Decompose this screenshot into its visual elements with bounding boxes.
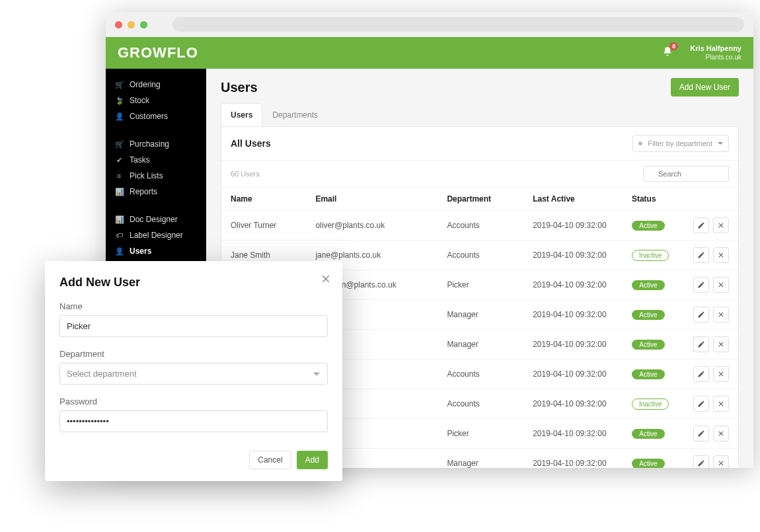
- purchasing-icon: 🛒: [115, 140, 123, 149]
- edit-button[interactable]: [693, 336, 709, 352]
- sidebar-item-stock[interactable]: 🍃Stock: [106, 93, 206, 108]
- close-icon: [717, 370, 725, 378]
- delete-button[interactable]: [713, 396, 729, 412]
- sidebar-item-label-designer[interactable]: 🏷Label Designer: [106, 227, 206, 243]
- department-select[interactable]: Select department: [59, 363, 328, 385]
- edit-button[interactable]: [693, 366, 709, 382]
- notifications-button[interactable]: 8: [662, 46, 673, 59]
- status-badge: Inactive: [632, 250, 669, 261]
- window-minimize-dot[interactable]: [128, 21, 135, 28]
- app-header: GROWFLO 8 Kris Halfpenny Plants.co.uk: [106, 37, 753, 69]
- sidebar-item-tasks[interactable]: ✔Tasks: [106, 152, 206, 168]
- panel-title: All Users: [231, 138, 632, 149]
- delete-button[interactable]: [713, 426, 729, 441]
- tasks-icon: ✔: [115, 156, 123, 165]
- pencil-icon: [697, 370, 705, 378]
- edit-button[interactable]: [693, 277, 709, 293]
- delete-button[interactable]: [713, 277, 729, 293]
- pencil-icon: [697, 221, 705, 229]
- cell-last-active: 2019-04-10 09:32:00: [523, 241, 623, 270]
- edit-button[interactable]: [693, 455, 709, 468]
- cell-last-active: 2019-04-10 09:32:00: [523, 300, 623, 330]
- edit-button[interactable]: [693, 396, 709, 412]
- column-email: Email: [306, 188, 437, 211]
- cell-last-active: 2019-04-10 09:32:00: [523, 330, 623, 360]
- delete-button[interactable]: [713, 366, 729, 382]
- department-label: Department: [59, 349, 328, 359]
- window-titlebar: [106, 12, 753, 37]
- sidebar-item-reports[interactable]: 📊Reports: [106, 184, 206, 200]
- url-bar[interactable]: [172, 17, 744, 32]
- reports-icon: 📊: [115, 188, 123, 196]
- add-user-modal: Add New User Name Department Select depa…: [45, 261, 342, 481]
- filter-department[interactable]: Filter by department: [632, 135, 729, 152]
- pencil-icon: [697, 311, 705, 319]
- window-close-dot[interactable]: [115, 21, 122, 28]
- pencil-icon: [697, 459, 705, 467]
- cell-department: Manager: [437, 449, 523, 469]
- delete-button[interactable]: [713, 217, 729, 233]
- sidebar-item-pick-lists[interactable]: ≡Pick Lists: [106, 168, 206, 184]
- sidebar-item-doc-designer[interactable]: 📊Doc Designer: [106, 211, 206, 227]
- cancel-button[interactable]: Cancel: [249, 451, 291, 469]
- cell-last-active: 2019-04-10 09:32:00: [523, 360, 623, 389]
- sidebar-item-label: Users: [130, 247, 151, 256]
- delete-button[interactable]: [713, 247, 729, 263]
- name-input[interactable]: [59, 315, 328, 337]
- page-title: Users: [221, 80, 671, 95]
- password-input[interactable]: [59, 410, 328, 432]
- delete-button[interactable]: [713, 455, 729, 468]
- sidebar-item-customers[interactable]: 👤Customers: [106, 108, 206, 124]
- stock-icon: 🍃: [115, 96, 123, 105]
- delete-button[interactable]: [713, 336, 729, 352]
- column-department: Department: [437, 188, 523, 211]
- status-badge: Active: [632, 221, 665, 231]
- window-zoom-dot[interactable]: [140, 21, 147, 28]
- edit-button[interactable]: [693, 217, 709, 233]
- cell-last-active: 2019-04-10 09:32:00: [523, 270, 623, 300]
- doc-designer-icon: 📊: [115, 215, 123, 224]
- close-icon: [717, 251, 725, 259]
- column-name: Name: [221, 188, 306, 211]
- edit-button[interactable]: [693, 426, 709, 441]
- status-badge: Active: [632, 459, 665, 469]
- status-badge: Active: [632, 280, 665, 290]
- user-count: 60 Users: [231, 170, 643, 178]
- cell-department: Manager: [437, 330, 523, 360]
- close-icon: [717, 281, 725, 289]
- sidebar-item-ordering[interactable]: 🛒Ordering: [106, 77, 206, 93]
- table-row: Oliver Turneroliver@plants.co.ukAccounts…: [221, 211, 738, 241]
- sidebar-item-label: Doc Designer: [130, 215, 178, 224]
- cell-department: Picker: [437, 270, 523, 300]
- close-icon: [717, 221, 725, 229]
- brand-logo: GROWFLO: [118, 44, 198, 61]
- delete-button[interactable]: [713, 307, 729, 323]
- close-icon: [717, 400, 725, 408]
- cell-last-active: 2019-04-10 09:32:00: [523, 389, 623, 419]
- cell-last-active: 2019-04-10 09:32:00: [523, 419, 623, 449]
- close-icon: [717, 459, 725, 467]
- column-status: Status: [623, 188, 684, 211]
- user-menu[interactable]: Kris Halfpenny Plants.co.uk: [690, 44, 741, 61]
- edit-button[interactable]: [693, 247, 709, 263]
- cell-last-active: 2019-04-10 09:32:00: [523, 449, 623, 469]
- edit-button[interactable]: [693, 307, 709, 323]
- ordering-icon: 🛒: [115, 81, 123, 89]
- close-icon: [717, 340, 725, 348]
- add-button[interactable]: Add: [297, 451, 328, 469]
- search-input[interactable]: [643, 166, 729, 182]
- pencil-icon: [697, 251, 705, 259]
- sidebar-item-label: Customers: [130, 112, 168, 121]
- status-badge: Active: [632, 369, 665, 379]
- tab-users[interactable]: Users: [221, 103, 262, 126]
- cell-department: Accounts: [437, 211, 523, 241]
- tab-departments[interactable]: Departments: [262, 103, 328, 126]
- sidebar-item-users[interactable]: 👤Users: [106, 243, 206, 259]
- cell-department: Accounts: [437, 241, 523, 270]
- modal-close-button[interactable]: [320, 273, 332, 287]
- cell-department: Manager: [437, 300, 523, 330]
- sidebar-item-purchasing[interactable]: 🛒Purchasing: [106, 136, 206, 152]
- pick-lists-icon: ≡: [115, 172, 123, 180]
- add-user-button[interactable]: Add New User: [671, 78, 739, 96]
- users-icon: 👤: [115, 247, 123, 256]
